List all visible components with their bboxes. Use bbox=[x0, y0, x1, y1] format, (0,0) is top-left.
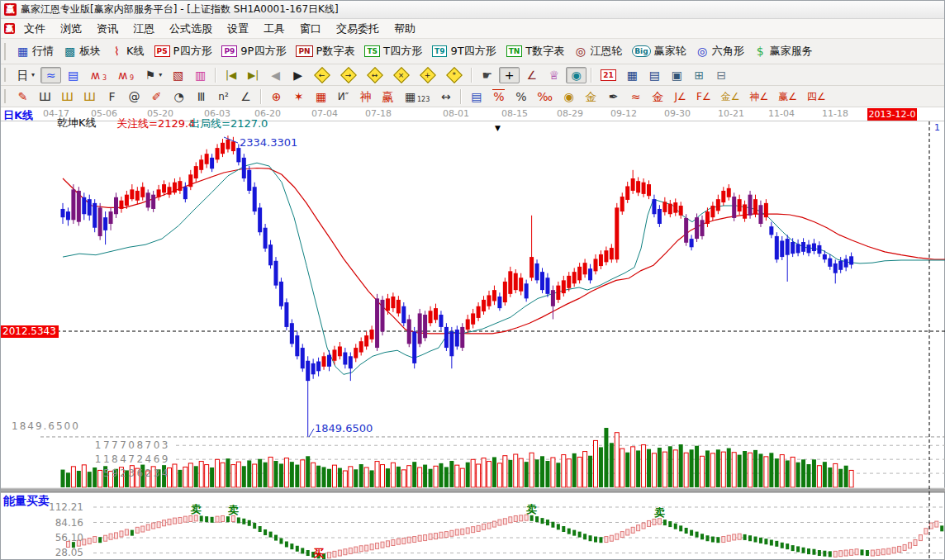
date-tick: 11-18 bbox=[822, 108, 848, 119]
menu-item-gann[interactable]: 江恩 bbox=[126, 20, 162, 38]
chart-canvas[interactable] bbox=[1, 121, 945, 560]
crosshair-button[interactable]: + bbox=[499, 67, 520, 83]
pan-right-button[interactable]: → bbox=[336, 66, 361, 84]
fit-all-button[interactable]: * bbox=[442, 66, 467, 84]
compress-button[interactable]: × bbox=[389, 66, 414, 84]
ying-angle-line-button[interactable]: 赢∠ bbox=[774, 88, 801, 105]
fit-all-icon: * bbox=[446, 67, 463, 83]
square-grid-button[interactable]: ▦ bbox=[311, 88, 331, 105]
wave-9-button[interactable]: ʍ9 bbox=[112, 67, 138, 83]
n-squared-button[interactable]: n² bbox=[213, 88, 234, 105]
nav-next-button[interactable]: ▶ bbox=[287, 67, 308, 83]
9t-square-button[interactable]: T99T四方形 bbox=[428, 42, 501, 60]
gann-target-button[interactable]: ⊕ bbox=[266, 88, 287, 105]
calculator-button[interactable]: ▦ bbox=[622, 67, 643, 83]
winner-wheel-button[interactable]: Big赢家轮 bbox=[628, 42, 690, 60]
menu-item-help[interactable]: 帮助 bbox=[387, 20, 423, 38]
span-measure-button[interactable]: ↔ bbox=[435, 88, 456, 105]
net-send-button[interactable]: ⊞ bbox=[689, 67, 710, 83]
pattern-tool-button[interactable]: ▧ bbox=[168, 67, 188, 83]
p-number-table-button[interactable]: PNP数字表 bbox=[292, 42, 359, 60]
menu-item-file[interactable]: 文件 bbox=[17, 20, 53, 38]
f-angle-line-button[interactable]: F∠ bbox=[692, 88, 715, 105]
angle-measure-button[interactable]: ∠ bbox=[521, 67, 542, 83]
wave-channel-button[interactable]: ≈ bbox=[625, 88, 646, 105]
ying-comb-button[interactable]: 赢 bbox=[378, 88, 398, 105]
grid-123-button[interactable]: ▦123 bbox=[400, 88, 434, 105]
star-grid-button[interactable]: ✶ bbox=[288, 88, 309, 105]
red-pencil-button[interactable]: ✎ bbox=[12, 88, 33, 105]
hexagon-button[interactable]: ◎六角形 bbox=[692, 42, 748, 60]
shen-comb-button[interactable]: 神 bbox=[355, 88, 376, 105]
zigzag-tool-button[interactable]: ≈ bbox=[40, 67, 61, 83]
menu-item-formula[interactable]: 公式选股 bbox=[162, 20, 220, 38]
t-square-button[interactable]: TST四方形 bbox=[360, 42, 426, 60]
zoom-horizontal-button[interactable]: ↔ bbox=[363, 66, 387, 84]
dot-pencil-button[interactable]: ✐ bbox=[146, 88, 167, 105]
gold-tool-button[interactable]: 金 bbox=[648, 88, 668, 105]
wave-3-button[interactable]: ʍ3 bbox=[85, 67, 111, 83]
comb-grid-button[interactable]: Ш bbox=[35, 88, 55, 105]
four-angle-line-button[interactable]: 四∠ bbox=[803, 88, 830, 105]
nav-prev-button[interactable]: ◀ bbox=[265, 67, 286, 83]
p-square-icon: PS bbox=[154, 45, 170, 57]
compress-icon: × bbox=[393, 67, 410, 83]
save-button[interactable]: ▣ bbox=[667, 67, 687, 83]
gold-comb-1-button[interactable]: Ш bbox=[57, 88, 78, 105]
info-note-button[interactable]: ▤ bbox=[63, 67, 83, 83]
winner-service-button[interactable]: $赢家服务 bbox=[750, 42, 817, 60]
menu-item-trade[interactable]: 交易委托 bbox=[329, 20, 387, 38]
menu-item-window[interactable]: 窗口 bbox=[292, 20, 329, 38]
toolbar-grip[interactable] bbox=[4, 43, 8, 60]
pattern-crown-button[interactable]: ♕ bbox=[544, 67, 564, 83]
permille-line-button[interactable]: ‰ bbox=[533, 88, 557, 105]
menu-item-settings[interactable]: 设置 bbox=[220, 20, 256, 38]
cycle-clock-button[interactable]: ◔ bbox=[169, 88, 189, 105]
pan-hand-button[interactable]: ☛ bbox=[477, 67, 497, 83]
gold-angle-line-button[interactable]: 金∠ bbox=[717, 88, 744, 105]
gold-circle-icon: ◉ bbox=[563, 90, 575, 103]
remote-pc-button[interactable]: ⊟ bbox=[711, 67, 732, 83]
gann-wheel-button[interactable]: ◎江恩轮 bbox=[570, 42, 626, 60]
profile-histogram-button[interactable]: ▥ bbox=[190, 67, 211, 83]
menu-item-browse[interactable]: 浏览 bbox=[53, 20, 89, 38]
expand-button[interactable]: + bbox=[416, 66, 440, 84]
smart-brain-button[interactable]: ◉ bbox=[566, 67, 586, 83]
kline-button[interactable]: ⌇K线 bbox=[107, 42, 149, 60]
f-comb-button[interactable]: F bbox=[102, 88, 122, 105]
kline-period-dropdown-button[interactable]: 日▾ bbox=[12, 67, 39, 83]
ink-pen-button[interactable]: ✒ bbox=[603, 88, 624, 105]
calendar-button[interactable]: 21 bbox=[596, 68, 620, 83]
indicator-list-button[interactable]: ▤ bbox=[466, 88, 487, 105]
percent-button[interactable]: % bbox=[510, 88, 531, 105]
gold-level-button[interactable]: 金 bbox=[581, 88, 601, 105]
pattern-tool-icon: ▧ bbox=[172, 69, 184, 82]
menu-item-news[interactable]: 资讯 bbox=[89, 20, 126, 38]
t-number-table-button[interactable]: TNT数字表 bbox=[502, 42, 569, 60]
toolbar-grip[interactable] bbox=[4, 89, 8, 104]
toolbar-separator bbox=[460, 89, 462, 104]
crosshair-icon: + bbox=[503, 69, 515, 82]
percent-channel-button[interactable]: % bbox=[488, 88, 509, 105]
p-square-button[interactable]: PSP四方形 bbox=[150, 42, 216, 60]
angle-tool-button[interactable]: ∠ bbox=[235, 88, 256, 105]
flag-dropdown-button[interactable]: ⚑▾ bbox=[140, 67, 166, 83]
comb-plain-button[interactable]: Ⅲ bbox=[191, 88, 211, 105]
notepad-button[interactable]: ▤ bbox=[644, 67, 665, 83]
nav-first-button[interactable]: |◀ bbox=[221, 67, 241, 83]
pan-left-button[interactable]: ← bbox=[310, 66, 335, 84]
menu-item-tools[interactable]: 工具 bbox=[256, 20, 292, 38]
k-mark-button[interactable]: И″ bbox=[333, 88, 354, 105]
gold-circle-button[interactable]: ◉ bbox=[558, 88, 579, 105]
spiral-tool-button[interactable]: @ bbox=[124, 88, 145, 105]
toolbar-grip[interactable] bbox=[4, 68, 8, 83]
9p-square-button[interactable]: P99P四方形 bbox=[217, 42, 290, 60]
j-angle-line-button[interactable]: J∠ bbox=[670, 88, 691, 105]
sectors-button[interactable]: ▩板块 bbox=[59, 42, 105, 60]
quotes-button[interactable]: ▦行情 bbox=[12, 42, 58, 60]
shen-angle-line-button[interactable]: 神∠ bbox=[746, 88, 773, 105]
signal-sell: 卖 bbox=[191, 502, 202, 517]
gold-comb-2-button[interactable]: Ш bbox=[79, 88, 100, 105]
nav-last-button[interactable]: ▶| bbox=[243, 67, 264, 83]
smart-brain-icon: ◉ bbox=[570, 69, 582, 82]
